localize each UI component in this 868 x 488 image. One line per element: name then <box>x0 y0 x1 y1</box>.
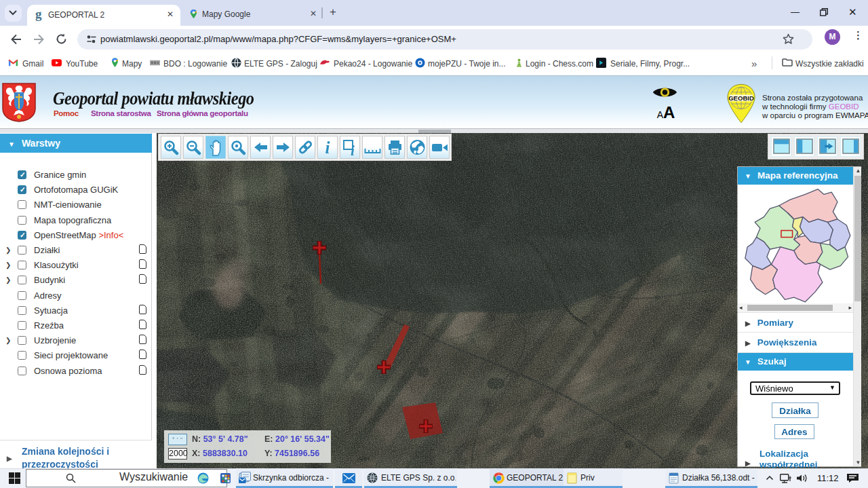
svg-text:GEOBID: GEOBID <box>728 94 754 102</box>
svg-text:i: i <box>325 138 330 157</box>
svg-text:i: i <box>351 143 355 157</box>
